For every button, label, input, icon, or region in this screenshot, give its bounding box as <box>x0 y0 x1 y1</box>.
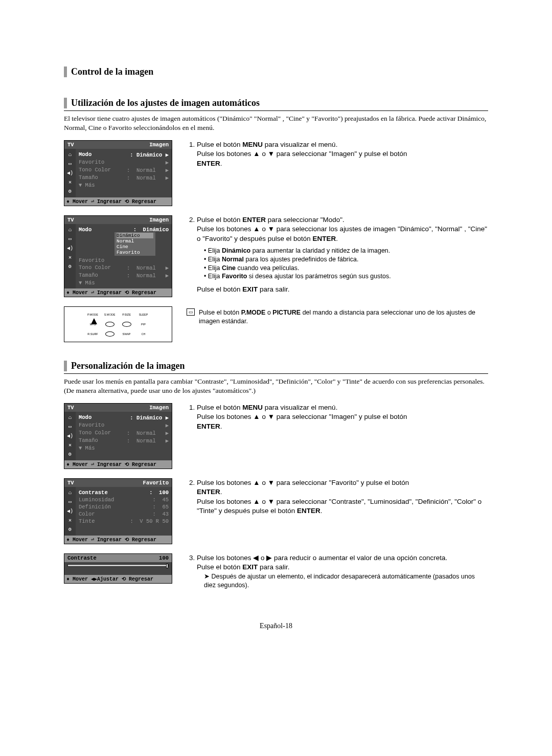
remote-label: MTS <box>90 323 96 326</box>
remote-label: CH <box>142 332 146 336</box>
bullet-normal: Elija Normal para los ajustes predefinid… <box>204 255 488 264</box>
mode-dropdown: Dinámico Normal Cine Favorito <box>114 232 155 256</box>
picture-icon: ▭ <box>68 161 72 167</box>
intro-paragraph-2: Puede usar los menús en pantalla para ca… <box>64 377 488 395</box>
section-title: Control de la imagen <box>64 66 488 77</box>
menu-row-value: ▶ <box>166 159 169 166</box>
contrast-slider: Contraste 100 ♦ Mover ◀▶Ajustar ⟲ Regres… <box>64 553 172 584</box>
p3-step-3: Pulse los botones ◀ o ▶ para reducir o a… <box>197 553 488 589</box>
remote-label: P.SIZE <box>122 313 131 316</box>
remote-diagram: P.MODE S.MODE P.SIZE SLEEP MTS PIP R.SUR… <box>64 306 172 342</box>
tv-icon: ⌂ <box>68 152 72 158</box>
sound-icon: ◀) <box>67 433 73 439</box>
remote-label: P.MODE <box>87 313 98 316</box>
setup-icon: ⚙ <box>68 188 72 194</box>
menu-row-value: : Dinámico ▶ <box>130 414 169 421</box>
picture-icon: ▭ <box>68 424 72 430</box>
menu-row-value: : V 50 R 50 <box>130 518 169 524</box>
remote-note-icon: ▭ <box>187 308 195 316</box>
menu-row-label: Favorito <box>79 159 104 166</box>
subsection-heading: Utilización de los ajustes de imagen aut… <box>64 98 488 108</box>
menu-row-value: : Dinámico <box>133 227 169 233</box>
step-1: Pulse el botón MENU para visualizar el m… <box>197 140 488 168</box>
menu-tv-label: TV <box>67 217 74 223</box>
menu-row-value: : 100 <box>149 490 169 496</box>
p3-step-2: Pulse los botones ▲ o ▼ para seleccionar… <box>197 478 488 516</box>
menu-row-value: ▶ <box>166 422 169 429</box>
menu-row-label: Color <box>79 511 95 517</box>
remote-oval-icon <box>105 322 114 327</box>
picture-icon: ▭ <box>68 236 72 242</box>
channel-icon: ✕ <box>68 517 72 523</box>
menu-footer: ♦ Mover ⏎ Ingresar ⟲ Regresar <box>64 460 172 469</box>
tv-icon: ⌂ <box>68 490 72 496</box>
menu-row-label: Tamaño <box>79 437 98 444</box>
menu-row-label: Tono Color <box>79 430 111 436</box>
menu-tv-label: TV <box>67 405 74 411</box>
channel-icon: ✕ <box>68 179 72 185</box>
menu-row-label: Modo <box>79 151 91 158</box>
menu-row-label: Tono Color <box>79 264 111 271</box>
picture-icon: ▭ <box>68 499 72 505</box>
channel-icon: ✕ <box>68 254 72 260</box>
slider-value: 100 <box>159 555 169 561</box>
menu-title: Imagen <box>149 217 169 223</box>
menu-row-label: Tamaño <box>79 272 98 279</box>
tv-menu-imagen-3: TV Imagen ⌂ ▭ ◀) ✕ ⚙ Modo: Dinámico ▶ Fa… <box>64 403 172 469</box>
menu-title: Imagen <box>149 142 169 148</box>
menu-row-value: : 65 <box>152 504 169 510</box>
remote-label: SWAP <box>123 332 131 336</box>
pmode-note: ▭ Pulse el botón P.MODE o PICTURE del ma… <box>187 308 488 326</box>
bullet-favorito: Elija Favorito si desea ajustar los pará… <box>204 272 488 281</box>
menu-tv-label: TV <box>67 480 74 486</box>
remote-oval-icon <box>122 322 131 327</box>
menu-row-label: Definición <box>79 504 111 510</box>
remote-label: SLEEP <box>139 313 148 316</box>
menu-row-label: Luminosidad <box>79 497 114 503</box>
slider-label: Contraste <box>67 555 97 561</box>
bullet-dinamico: Elija Dinámico para aumentar la claridad… <box>204 247 488 255</box>
setup-icon: ⚙ <box>68 451 72 457</box>
menu-title: Imagen <box>149 405 169 411</box>
menu-row-label: ▼ Más <box>79 182 95 188</box>
p3-step-1: Pulse el botón MENU para visualizar el m… <box>197 403 488 431</box>
menu-footer: ♦ Mover ⏎ Ingresar ⟲ Regresar <box>64 197 172 206</box>
remote-oval-icon <box>105 331 114 337</box>
menu-row-label: Tono Color <box>79 167 111 173</box>
menu-row-value: : Normal ▶ <box>127 167 169 173</box>
menu-row-label: ▼ Más <box>79 280 95 286</box>
slider-thumb-icon <box>166 564 168 568</box>
menu-row-label: Favorito <box>79 422 104 429</box>
menu-tv-label: TV <box>67 142 74 148</box>
tv-menu-imagen-2: TV Imagen ⌂ ▭ ◀) ✕ ⚙ Modo: Dinámico Diná… <box>64 215 172 297</box>
page-footer: Español-18 <box>64 622 488 630</box>
menu-footer: ♦ Mover ⏎ Ingresar ⟲ Regresar <box>64 288 172 297</box>
step-2: Pulse el botón ENTER para seleccionar "M… <box>197 215 488 294</box>
remote-label: PIP <box>141 323 146 326</box>
menu-row-value: : 43 <box>152 511 169 517</box>
menu-row-label: Favorito <box>79 257 104 263</box>
menu-row-value: : 45 <box>152 497 169 503</box>
sound-icon: ◀) <box>67 508 73 514</box>
menu-row-value: : Normal ▶ <box>127 437 169 444</box>
tv-menu-favorito: TV Favorito ⌂ ▭ ◀) ✕ ⚙ Contraste: 100 Lu… <box>64 478 172 544</box>
menu-footer: ♦ Mover ⏎ Ingresar ⟲ Regresar <box>64 536 172 544</box>
menu-title: Favorito <box>143 480 169 486</box>
sound-icon: ◀) <box>67 170 73 176</box>
tv-menu-imagen-1: TV Imagen ⌂ ▭ ◀) ✕ ⚙ Modo: Dinámico ▶ Fa… <box>64 140 172 206</box>
menu-row-label: Tinte <box>79 518 95 524</box>
remote-label: R.SURF <box>87 332 98 336</box>
subsection-heading-2: Personalización de la imagen <box>64 361 488 371</box>
tv-icon: ⌂ <box>68 227 72 233</box>
menu-row-label: Contraste <box>79 490 108 496</box>
intro-paragraph: El televisor tiene cuatro ajustes de ima… <box>64 114 488 132</box>
bullet-cine: Elija Cine cuando vea películas. <box>204 264 488 273</box>
menu-row-label: Modo <box>79 227 91 233</box>
remote-label: S.MODE <box>104 313 116 316</box>
menu-row-value: : Normal ▶ <box>127 264 169 271</box>
menu-row-label: ▼ Más <box>79 445 95 451</box>
setup-icon: ⚙ <box>68 526 72 532</box>
menu-row-label: Tamaño <box>79 174 98 181</box>
menu-row-label: Modo <box>79 414 91 421</box>
channel-icon: ✕ <box>68 442 72 448</box>
